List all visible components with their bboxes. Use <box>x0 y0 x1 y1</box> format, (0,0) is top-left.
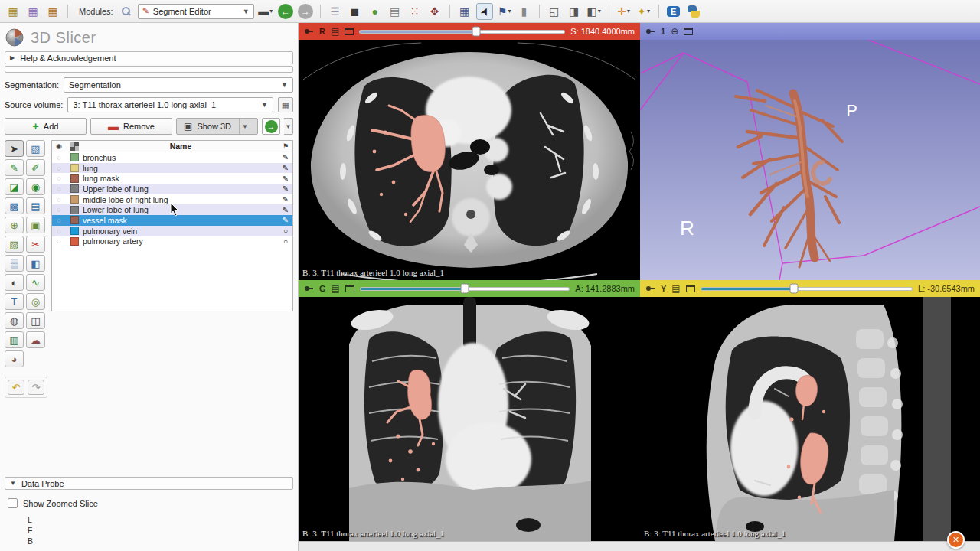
measurement-button[interactable]: ▮ <box>516 3 533 20</box>
collapsed-section[interactable] <box>5 66 293 73</box>
coronal-ct-image[interactable] <box>299 297 640 541</box>
segment-color-swatch[interactable] <box>70 206 79 214</box>
circle-status-icon[interactable]: ○ <box>279 227 292 235</box>
slider-handle[interactable] <box>461 284 469 294</box>
pencil-status-icon[interactable]: ✎ <box>279 174 292 183</box>
slice-intersections-button[interactable]: ✦▾ <box>635 3 652 20</box>
text-annotation-effect-button[interactable]: T <box>5 293 24 310</box>
segment-row[interactable]: ◌lung mask✎ <box>52 173 292 184</box>
logical-operators-effect-button[interactable]: ◧ <box>26 255 45 272</box>
help-acknowledgement-section[interactable]: ▶ Help & Acknowledgement <box>5 51 293 64</box>
segment-row[interactable]: ◌Upper lobe of lung✎ <box>52 184 292 194</box>
erase-effect-button[interactable]: ◪ <box>5 178 24 195</box>
three-d-viewport[interactable]: 1 ⊕ <box>640 23 980 280</box>
segment-color-swatch[interactable] <box>70 195 79 204</box>
visibility-toggle-icon[interactable]: ◌ <box>52 185 66 193</box>
visibility-toggle-icon[interactable]: ◌ <box>52 237 66 245</box>
center-view-icon[interactable]: ⊕ <box>671 27 678 36</box>
apply-menu-arrow[interactable]: ▼ <box>284 118 293 135</box>
nvidia-aiaa-effect-button[interactable]: ☁ <box>26 331 45 348</box>
markups-button[interactable]: ⁙ <box>407 3 423 20</box>
save-button[interactable]: ▦ <box>44 3 61 20</box>
segment-row[interactable]: ◌Lower lobe of lung✎ <box>52 204 292 215</box>
maximize-icon[interactable] <box>684 28 693 35</box>
coronal-viewport[interactable]: G ▤ A: 141.2883mm <box>299 280 640 541</box>
mask-volume-effect-button[interactable]: ◐ <box>5 274 24 291</box>
show-zoomed-slice-checkbox[interactable] <box>8 498 18 508</box>
pin-icon[interactable] <box>304 28 314 35</box>
pin-icon[interactable] <box>645 285 655 292</box>
layers-icon[interactable]: ▤ <box>671 284 680 293</box>
total-segmentator-effect-button[interactable]: ◕ <box>5 350 24 367</box>
volumes-module-button[interactable]: ● <box>367 3 384 20</box>
segment-color-swatch[interactable] <box>70 174 79 183</box>
maximize-icon[interactable] <box>686 285 695 292</box>
segment-color-swatch[interactable] <box>70 237 79 246</box>
visibility-toggle-icon[interactable]: ◌ <box>52 196 66 204</box>
slice-slider[interactable] <box>359 30 565 34</box>
grow-from-seeds-effect-button[interactable]: ▩ <box>5 197 24 214</box>
slider-handle[interactable] <box>789 284 798 294</box>
paint-effect-button[interactable]: ✎ <box>5 159 24 176</box>
visibility-toggle-icon[interactable]: ◌ <box>52 217 66 224</box>
data-probe-section[interactable]: ▼ Data Probe <box>5 477 293 490</box>
layers-icon[interactable]: ▤ <box>331 27 339 36</box>
segment-row[interactable]: ◌pulmonary vein○ <box>52 226 292 236</box>
scene-view-menu-button[interactable]: ◧▾ <box>586 3 603 20</box>
extensions-manager-button[interactable]: E <box>665 3 682 20</box>
transforms-button[interactable]: ✥ <box>426 3 443 20</box>
pencil-status-icon[interactable]: ✎ <box>279 153 292 161</box>
segment-color-swatch[interactable] <box>70 216 79 224</box>
load-data-button[interactable]: ▦ <box>5 3 21 20</box>
axial-ct-image[interactable] <box>299 40 640 280</box>
apply-button[interactable]: → <box>262 118 280 135</box>
segmentations-button[interactable]: ▤ <box>387 3 403 20</box>
scene-view-button[interactable]: ◨ <box>566 3 583 20</box>
slice-slider[interactable] <box>360 287 570 291</box>
pin-icon[interactable] <box>645 28 655 35</box>
three-d-render[interactable] <box>640 40 980 280</box>
segmentation-selector[interactable]: Segmentation ▼ <box>64 77 293 93</box>
data-module-button[interactable]: ◼ <box>347 3 364 20</box>
split-volume-effect-button[interactable]: ▥ <box>5 331 24 348</box>
pencil-status-icon[interactable]: ✎ <box>279 216 292 224</box>
python-console-button[interactable] <box>685 3 702 20</box>
add-segment-button[interactable]: + Add <box>5 118 87 135</box>
history-back-button[interactable]: ← <box>277 3 294 20</box>
none-effect-button[interactable]: ➤ <box>5 140 24 157</box>
pin-icon[interactable] <box>304 285 314 292</box>
module-search-button[interactable] <box>118 3 135 20</box>
source-volume-selector[interactable]: 3: T11 thorax arterieel 1.0 long axial_1… <box>67 97 273 112</box>
segment-row[interactable]: ◌pulmonary artery○ <box>52 236 292 247</box>
layout-button[interactable]: ▦ <box>456 3 473 20</box>
visibility-toggle-icon[interactable]: ◌ <box>52 165 66 172</box>
fill-between-slices-effect-button[interactable]: ▤ <box>26 197 45 214</box>
notification-close-button[interactable]: ✕ <box>947 531 965 549</box>
circle-status-icon[interactable]: ○ <box>279 237 292 246</box>
mouse-interaction-button[interactable]: ➤ <box>476 3 493 20</box>
watershed-effect-button[interactable]: ◎ <box>26 293 45 310</box>
scissors-effect-button[interactable]: ✂ <box>26 236 45 253</box>
visibility-toggle-icon[interactable]: ◌ <box>52 227 66 235</box>
pencil-status-icon[interactable]: ✎ <box>279 184 292 193</box>
volume-options-button[interactable]: ▦ <box>278 97 293 112</box>
sagittal-ct-image[interactable] <box>640 297 980 541</box>
module-panel-button[interactable]: ▬▾ <box>257 3 274 20</box>
engrave-effect-button[interactable]: ◫ <box>26 312 45 329</box>
threshold-effect-button[interactable]: ▧ <box>26 140 45 157</box>
pencil-status-icon[interactable]: ✎ <box>279 164 292 172</box>
place-markup-button[interactable]: ⚑▾ <box>496 3 513 20</box>
show-3d-button[interactable]: ▣ Show 3D ▼ <box>176 118 258 135</box>
slice-slider[interactable] <box>701 287 913 291</box>
show-3d-menu-arrow[interactable]: ▼ <box>239 119 250 134</box>
segment-row[interactable]: ◌lung✎ <box>52 163 292 174</box>
margin-effect-button[interactable]: ⊕ <box>5 217 24 233</box>
sagittal-viewport[interactable]: Y ▤ L: -30.6543mm <box>640 280 980 541</box>
module-selector[interactable]: ✎Segment Editor▼ <box>138 4 254 19</box>
load-dicom-button[interactable]: ▦ <box>24 3 41 20</box>
surface-cut-effect-button[interactable]: ∿ <box>26 274 45 291</box>
redo-button[interactable]: ↷ <box>28 380 44 395</box>
draw-effect-button[interactable]: ✐ <box>26 159 45 176</box>
maximize-icon[interactable] <box>345 28 354 35</box>
layers-icon[interactable]: ▤ <box>332 284 340 293</box>
